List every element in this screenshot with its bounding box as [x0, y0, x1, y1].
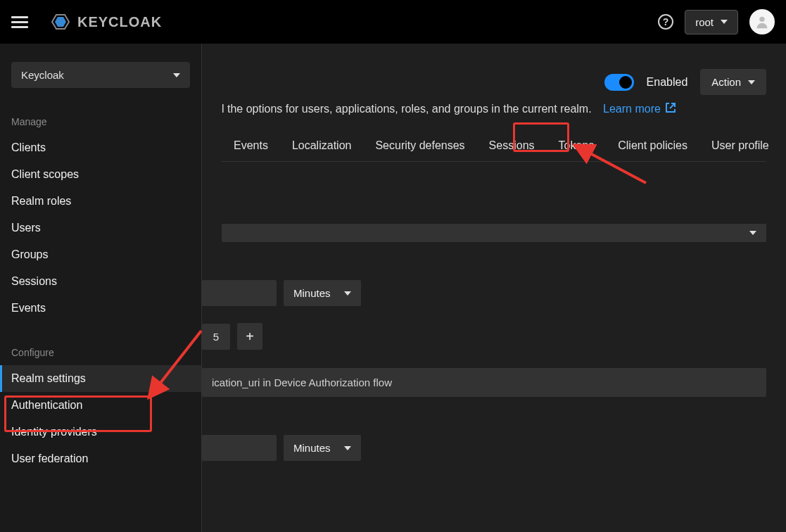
verification-uri-input[interactable]: ication_uri in Device Authorization flow — [202, 368, 766, 397]
sidebar-item-client-scopes[interactable]: Client scopes — [0, 161, 201, 188]
tab-sessions[interactable]: Sessions — [477, 130, 547, 161]
sidebar-item-user-federation[interactable]: User federation — [0, 445, 201, 472]
sidebar-item-realm-roles[interactable]: Realm roles — [0, 188, 201, 215]
page-description: l the options for users, applications, r… — [222, 103, 592, 115]
avatar[interactable] — [749, 9, 775, 34]
section-label-configure: Configure — [0, 340, 201, 365]
tab-client-policies[interactable]: Client policies — [606, 130, 699, 161]
chevron-down-icon — [344, 291, 351, 296]
unit-label: Minutes — [293, 287, 331, 299]
user-dropdown[interactable]: root — [685, 10, 738, 34]
increment-button[interactable]: + — [237, 323, 262, 350]
chevron-down-icon — [748, 80, 755, 84]
tab-events[interactable]: Events — [222, 130, 280, 161]
chevron-down-icon — [173, 73, 180, 77]
logo-icon — [48, 9, 73, 34]
chevron-down-icon — [721, 20, 728, 24]
user-label: root — [695, 16, 714, 28]
learn-more-link[interactable]: Learn more — [603, 102, 676, 116]
sidebar-item-users[interactable]: Users — [0, 215, 201, 241]
logo-text: KEYCLOAK — [77, 14, 162, 30]
sidebar-item-clients[interactable]: Clients — [0, 134, 201, 161]
enabled-label: Enabled — [647, 76, 688, 89]
action-label: Action — [711, 76, 741, 88]
sidebar-item-authentication[interactable]: Authentication — [0, 392, 201, 419]
unit-label: Minutes — [293, 442, 331, 454]
chevron-down-icon — [344, 446, 351, 450]
enabled-toggle[interactable] — [604, 74, 634, 91]
logo: KEYCLOAK — [48, 9, 162, 34]
tokens-form: Minutes + ication_uri in Device Authoriz… — [202, 162, 786, 498]
help-icon[interactable]: ? — [658, 14, 673, 30]
sidebar-item-groups[interactable]: Groups — [0, 241, 201, 268]
sidebar-item-events[interactable]: Events — [0, 295, 201, 322]
chevron-down-icon — [749, 231, 756, 235]
realm-selector-value: Keycloak — [21, 69, 64, 81]
realm-selector[interactable]: Keycloak — [11, 62, 190, 88]
sidebar-item-identity-providers[interactable]: Identity providers — [0, 419, 201, 445]
section-label-manage: Manage — [0, 109, 201, 134]
person-icon — [754, 14, 770, 30]
svg-point-2 — [759, 17, 764, 22]
sidebar-item-realm-settings[interactable]: Realm settings — [0, 365, 201, 392]
action-dropdown[interactable]: Action — [700, 69, 766, 95]
unit-select-2[interactable]: Minutes — [284, 435, 361, 461]
tabs: Events Localization Security defenses Se… — [222, 130, 766, 162]
tabs-scroll-right[interactable] — [781, 134, 786, 158]
algorithm-select[interactable] — [222, 224, 766, 242]
duration-input-2[interactable] — [202, 435, 277, 461]
tab-localization[interactable]: Localization — [280, 130, 364, 161]
tab-tokens[interactable]: Tokens — [547, 130, 607, 161]
external-link-icon — [665, 102, 676, 116]
sidebar-item-sessions[interactable]: Sessions — [0, 268, 201, 295]
top-bar: KEYCLOAK ? root — [0, 0, 786, 44]
duration-input-1[interactable] — [202, 280, 277, 306]
hamburger-menu-icon[interactable] — [11, 13, 28, 30]
unit-select-1[interactable]: Minutes — [284, 280, 361, 306]
svg-marker-1 — [55, 17, 66, 27]
interval-input[interactable] — [202, 324, 230, 350]
tab-security-defenses[interactable]: Security defenses — [363, 130, 476, 161]
tab-user-profile[interactable]: User profile — [699, 130, 781, 161]
sidebar: Keycloak Manage Clients Client scopes Re… — [0, 44, 202, 532]
main-content: Enabled Action l the options for users, … — [202, 44, 786, 532]
